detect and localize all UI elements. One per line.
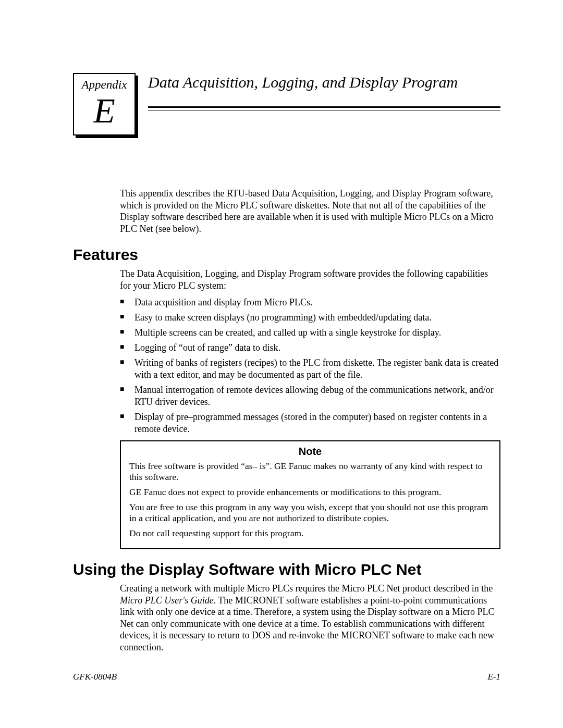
note-heading: Note (129, 446, 491, 458)
appendix-label: Appendix (76, 78, 132, 92)
features-list: Data acquisition and display from Micro … (120, 297, 500, 435)
note-paragraph: This free software is provided “as– is”.… (129, 461, 491, 483)
appendix-letter: E (76, 93, 132, 128)
appendix-box: Appendix E (73, 73, 136, 135)
title-column: Data Acquisition, Logging, and Display P… (148, 73, 500, 110)
footer-doc-id: GFK-0804B (73, 672, 117, 682)
title-rule (148, 106, 500, 110)
list-item: Easy to make screen displays (no program… (120, 312, 500, 324)
list-item: Logging of “out of range” data to disk. (120, 342, 500, 354)
note-paragraph: You are free to use this program in any … (129, 502, 491, 524)
section2-paragraph: Creating a network with multiple Micro P… (120, 583, 500, 653)
list-item: Display of pre–programmed messages (stor… (120, 411, 500, 435)
section2-block: Creating a network with multiple Micro P… (120, 583, 500, 653)
section2-prefix: Creating a network with multiple Micro P… (120, 583, 493, 594)
page-footer: GFK-0804B E-1 (73, 672, 500, 682)
section2-ital: Micro PLC User's Guide (120, 595, 214, 606)
list-item: Multiple screens can be created, and cal… (120, 327, 500, 339)
page: Appendix E Data Acquisition, Logging, an… (0, 0, 563, 713)
list-item: Manual interrogation of remote devices a… (120, 384, 500, 408)
chapter-title: Data Acquisition, Logging, and Display P… (148, 73, 500, 92)
note-box: Note This free software is provided “as–… (120, 440, 500, 549)
intro-paragraph: This appendix describes the RTU-based Da… (120, 188, 500, 235)
intro-block: This appendix describes the RTU-based Da… (120, 188, 500, 235)
features-block: The Data Acquisition, Logging, and Displ… (120, 268, 500, 549)
footer-page-number: E-1 (487, 672, 500, 682)
features-lead: The Data Acquisition, Logging, and Displ… (120, 268, 500, 291)
section2-heading: Using the Display Software with Micro PL… (73, 561, 500, 578)
list-item: Writing of banks of registers (recipes) … (120, 357, 500, 381)
note-paragraph: GE Fanuc does not expect to provide enha… (129, 487, 491, 498)
chapter-header: Appendix E Data Acquisition, Logging, an… (73, 73, 500, 135)
list-item: Data acquisition and display from Micro … (120, 297, 500, 309)
note-paragraph: Do not call requesting support for this … (129, 528, 491, 539)
features-heading: Features (73, 246, 500, 264)
